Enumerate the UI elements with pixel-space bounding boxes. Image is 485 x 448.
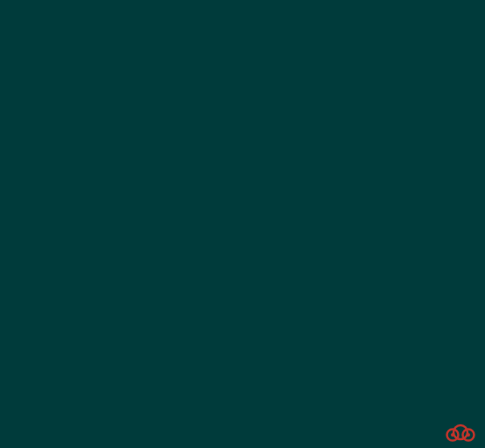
svg-point-1 <box>453 425 467 439</box>
watermark <box>445 424 480 443</box>
svg-point-4 <box>467 433 470 437</box>
terminal-output[interactable] <box>0 0 485 448</box>
cloud-icon <box>445 424 476 443</box>
svg-point-0 <box>447 430 459 441</box>
blank-line <box>4 3 481 12</box>
svg-point-2 <box>463 430 474 441</box>
blank-line <box>4 12 481 22</box>
svg-point-3 <box>451 433 454 437</box>
